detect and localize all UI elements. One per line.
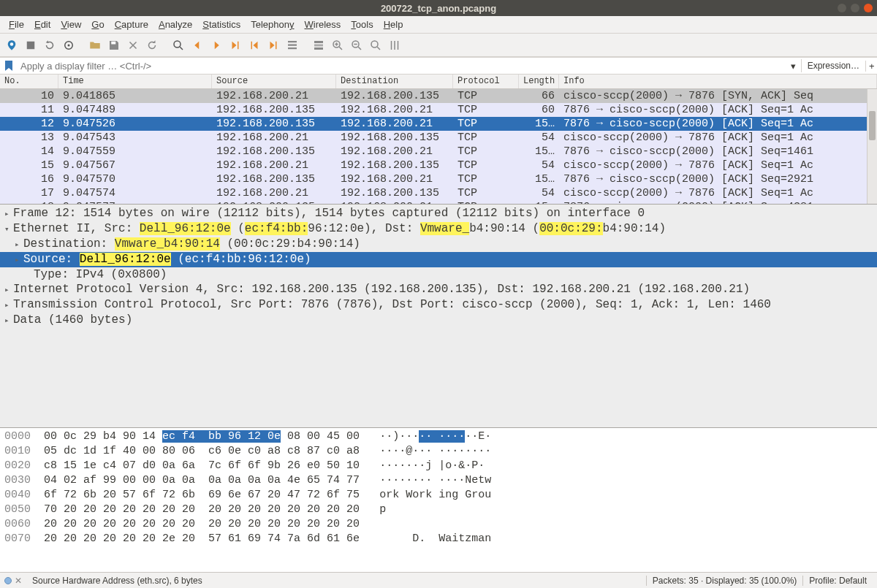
svg-point-5 — [174, 41, 181, 47]
packet-row[interactable]: 139.047543192.168.200.21192.168.200.135T… — [0, 131, 877, 145]
display-filter-bar: ▾ Expression… + — [0, 57, 877, 75]
minimize-button[interactable] — [838, 4, 846, 12]
col-header-no[interactable]: No. — [0, 75, 58, 88]
status-field-info: Source Hardware Address (eth.src), 6 byt… — [26, 576, 208, 586]
col-header-source[interactable]: Source — [212, 75, 336, 88]
menu-file[interactable]: File — [4, 18, 29, 31]
packet-row[interactable]: 149.047559192.168.200.135192.168.200.21T… — [0, 145, 877, 159]
col-header-destination[interactable]: Destination — [336, 75, 453, 88]
go-back-button[interactable] — [189, 37, 206, 54]
go-forward-button[interactable] — [208, 37, 225, 54]
resize-columns-button[interactable] — [386, 37, 403, 54]
col-header-length[interactable]: Length — [519, 75, 559, 88]
svg-point-11 — [371, 41, 378, 47]
go-to-packet-button[interactable] — [227, 37, 244, 54]
maximize-button[interactable] — [851, 4, 859, 12]
status-packet-count: Packets: 35 · Displayed: 35 (100.0%) — [646, 576, 802, 586]
packet-row[interactable]: 189.047577192.168.200.135192.168.200.21T… — [0, 200, 877, 204]
menu-view[interactable]: View — [56, 18, 86, 31]
menu-wireless[interactable]: Wireless — [300, 18, 346, 31]
restart-capture-button[interactable] — [41, 37, 58, 54]
packet-row[interactable]: 109.041865192.168.200.21192.168.200.135T… — [0, 89, 877, 103]
zoom-in-button[interactable] — [329, 37, 346, 54]
menu-help[interactable]: Help — [379, 18, 408, 31]
packet-list-scrollbar[interactable] — [867, 89, 877, 204]
hex-row: 0050 70 20 20 20 20 20 20 20 20 20 20 20… — [4, 503, 873, 517]
menu-statistics[interactable]: Statistics — [198, 18, 245, 31]
zoom-out-button[interactable] — [348, 37, 365, 54]
packet-row[interactable]: 129.047526192.168.200.135192.168.200.21T… — [0, 117, 877, 131]
window-titlebar: 200722_tcp_anon.pcapng — [0, 0, 877, 16]
svg-rect-7 — [314, 44, 323, 46]
col-header-protocol[interactable]: Protocol — [453, 75, 519, 88]
main-toolbar — [0, 34, 877, 57]
hex-row: 0000 00 0c 29 b4 90 14 ec f4 bb 96 12 0e… — [4, 429, 873, 444]
menu-capture[interactable]: Capture — [110, 18, 153, 31]
packet-row[interactable]: 169.047570192.168.200.135192.168.200.21T… — [0, 172, 877, 186]
svg-rect-6 — [314, 41, 323, 43]
capture-options-button[interactable] — [60, 37, 77, 54]
detail-eth-source[interactable]: Source: Dell_96:12:0e (ec:f4:bb:96:12:0e… — [0, 252, 877, 267]
detail-eth-dest[interactable]: Destination: Vmware_b4:90:14 (00:0c:29:b… — [0, 237, 877, 252]
detail-eth-type[interactable]: Type: IPv4 (0x0800) — [0, 267, 877, 282]
svg-point-0 — [10, 42, 14, 46]
save-file-button[interactable] — [105, 37, 123, 54]
zoom-reset-button[interactable] — [367, 37, 384, 54]
col-header-info[interactable]: Info — [559, 75, 877, 88]
svg-rect-1 — [27, 41, 35, 49]
detail-data[interactable]: Data (1460 bytes) — [0, 313, 877, 328]
packet-row[interactable]: 159.047567192.168.200.21192.168.200.135T… — [0, 159, 877, 172]
detail-ip[interactable]: Internet Protocol Version 4, Src: 192.16… — [0, 282, 877, 297]
start-capture-button[interactable] — [3, 37, 20, 54]
packet-list-pane: No. Time Source Destination Protocol Len… — [0, 75, 877, 205]
filter-dropdown-icon[interactable]: ▾ — [786, 61, 801, 72]
filter-bookmark-icon[interactable] — [3, 60, 15, 72]
detail-ethernet[interactable]: Ethernet II, Src: Dell_96:12:0e (ec:f4:b… — [0, 221, 877, 237]
close-file-button[interactable] — [124, 37, 142, 54]
open-file-button[interactable] — [86, 37, 104, 54]
menu-telephony[interactable]: Telephony — [246, 18, 298, 31]
hex-row: 0040 6f 72 6b 20 57 6f 72 6b 69 6e 67 20… — [4, 488, 873, 503]
close-button[interactable] — [864, 4, 873, 12]
go-last-button[interactable] — [265, 37, 282, 54]
detail-tcp[interactable]: Transmission Control Protocol, Src Port:… — [0, 297, 877, 313]
col-header-time[interactable]: Time — [58, 75, 212, 88]
find-packet-button[interactable] — [170, 37, 187, 54]
auto-scroll-button[interactable] — [284, 37, 301, 54]
packet-details-pane[interactable]: Frame 12: 1514 bytes on wire (12112 bits… — [0, 205, 877, 428]
window-controls — [838, 4, 873, 12]
display-filter-input[interactable] — [18, 59, 786, 73]
hex-row: 0030 04 02 af 99 00 00 0a 0a 0a 0a 0a 0a… — [4, 473, 873, 488]
packet-row[interactable]: 119.047489192.168.200.135192.168.200.21T… — [0, 103, 877, 117]
hex-row: 0070 20 20 20 20 20 20 2e 20 57 61 69 74… — [4, 532, 873, 546]
status-profile[interactable]: Profile: Default — [802, 576, 873, 586]
menu-bar: File Edit View Go Capture Analyze Statis… — [0, 16, 877, 34]
menu-go[interactable]: Go — [87, 18, 108, 31]
svg-rect-8 — [314, 47, 323, 50]
menu-tools[interactable]: Tools — [346, 18, 377, 31]
packet-list-header: No. Time Source Destination Protocol Len… — [0, 75, 877, 89]
reload-button[interactable] — [143, 37, 161, 54]
packet-bytes-pane[interactable]: 0000 00 0c 29 b4 90 14 ec f4 bb 96 12 0e… — [0, 428, 877, 572]
colorize-button[interactable] — [310, 37, 327, 54]
svg-rect-4 — [111, 41, 115, 44]
hex-row: 0010 05 dc 1d 1f 40 00 80 06 c6 0e c0 a8… — [4, 444, 873, 459]
menu-analyze[interactable]: Analyze — [154, 18, 197, 31]
svg-point-3 — [68, 44, 70, 46]
expression-button[interactable]: Expression… — [801, 59, 865, 72]
detail-frame[interactable]: Frame 12: 1514 bytes on wire (12112 bits… — [0, 206, 877, 221]
hex-row: 0060 20 20 20 20 20 20 20 20 20 20 20 20… — [4, 517, 873, 532]
cancel-icon[interactable]: ✕ — [15, 576, 22, 586]
stop-capture-button[interactable] — [22, 37, 39, 54]
menu-edit[interactable]: Edit — [30, 18, 55, 31]
packet-list-body[interactable]: 109.041865192.168.200.21192.168.200.135T… — [0, 89, 877, 204]
status-bar: ✕ Source Hardware Address (eth.src), 6 b… — [0, 572, 877, 588]
packet-row[interactable]: 179.047574192.168.200.21192.168.200.135T… — [0, 186, 877, 200]
go-first-button[interactable] — [246, 37, 263, 54]
hex-row: 0020 c8 15 1e c4 07 d0 0a 6a 7c 6f 6f 9b… — [4, 459, 873, 473]
window-title: 200722_tcp_anon.pcapng — [381, 3, 496, 14]
expert-info-icon[interactable] — [4, 577, 12, 584]
add-filter-button[interactable]: + — [865, 61, 877, 72]
